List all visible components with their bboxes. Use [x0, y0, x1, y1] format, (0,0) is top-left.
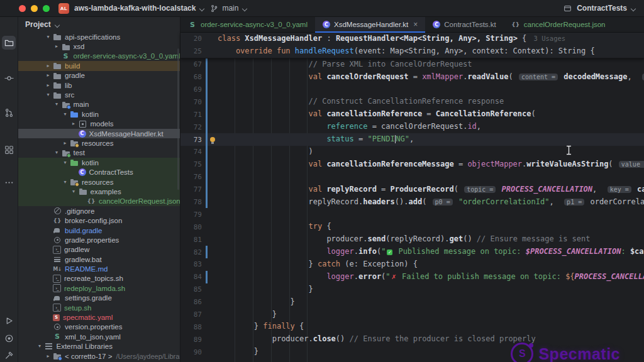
tree-scrollbar[interactable]: [177, 48, 179, 190]
tree-item[interactable]: ▸models: [18, 119, 180, 129]
code-line[interactable]: 87}: [180, 309, 644, 321]
code-line[interactable]: 88} finally {: [180, 321, 644, 333]
tree-item[interactable]: ▸gradle: [18, 71, 180, 80]
pull-requests-tool-icon[interactable]: [2, 106, 16, 119]
line-number[interactable]: 83: [180, 260, 206, 268]
chevron-down-icon[interactable]: ▾: [53, 150, 61, 155]
line-number[interactable]: 67: [180, 60, 206, 69]
tree-item[interactable]: gradle.properties: [18, 235, 180, 244]
line-number[interactable]: 88: [180, 323, 206, 331]
code-line[interactable]: 75val cancellationReferenceMessage = obj…: [180, 158, 644, 171]
line-number[interactable]: 73: [180, 136, 206, 144]
chevron-down-icon[interactable]: ▾: [53, 102, 61, 107]
tree-item[interactable]: cancelOrderRequest.json: [18, 197, 180, 206]
tree-item[interactable]: order-service-async-v3_0_0.yaml: [18, 52, 180, 61]
project-name-selector[interactable]: aws-lambda-kafka-with-localstack: [74, 4, 196, 13]
minimize-window-button[interactable]: [31, 5, 38, 12]
run-tool-icon[interactable]: [2, 314, 16, 327]
line-number[interactable]: 86: [180, 298, 206, 306]
code-line[interactable]: 67// Parse XML into CancelOrderRequest: [180, 58, 644, 71]
chevron-right-icon[interactable]: ▸: [44, 354, 52, 359]
code-line[interactable]: 71val cancellationReference = Cancellati…: [180, 108, 644, 121]
line-number[interactable]: 76: [180, 173, 206, 181]
tree-item[interactable]: ▸< corretto-17 >/Users/jaydeep/Library/J…: [18, 351, 180, 361]
tree-item[interactable]: .gitignore: [18, 206, 180, 216]
line-number[interactable]: 75: [180, 160, 206, 168]
tree-item[interactable]: ▸xsd: [18, 41, 180, 51]
line-number[interactable]: 78: [180, 198, 206, 206]
branch-selector[interactable]: main: [222, 4, 238, 13]
tree-item[interactable]: ▾src: [18, 90, 180, 99]
build-tool-icon[interactable]: [2, 348, 16, 362]
chevron-right-icon[interactable]: ▸: [44, 73, 52, 78]
maximize-window-button[interactable]: [43, 5, 50, 12]
close-tab-icon[interactable]: ×: [413, 21, 418, 28]
code-line[interactable]: 82logger.info("✓ Published message on to…: [180, 246, 644, 258]
line-number[interactable]: 74: [180, 148, 206, 156]
line-number[interactable]: 70: [180, 98, 206, 106]
intention-bulb-icon[interactable]: [210, 137, 215, 142]
tree-item[interactable]: ▸lib: [18, 80, 180, 90]
editor-tab[interactable]: ContractTests.kt: [425, 17, 503, 32]
tree-item[interactable]: broker-config.json: [18, 216, 180, 225]
close-window-button[interactable]: [19, 5, 26, 12]
editor-tab[interactable]: order-service-async-v3_0_0.yaml: [180, 17, 315, 32]
structure-tool-icon[interactable]: [2, 143, 16, 156]
code-line[interactable]: 85}: [180, 283, 644, 296]
line-number[interactable]: 85: [180, 285, 206, 293]
code-line[interactable]: 25override fun handleRequest(event: Map<…: [180, 45, 644, 58]
line-number[interactable]: 87: [180, 310, 206, 319]
code-line[interactable]: 80try {: [180, 221, 644, 233]
line-number[interactable]: 69: [180, 85, 206, 94]
tree-item[interactable]: ▸build: [18, 61, 180, 70]
more-tools-icon[interactable]: [2, 175, 16, 189]
editor-tab[interactable]: cancelOrderRequest.json: [504, 17, 613, 32]
chevron-right-icon[interactable]: ▸: [61, 141, 69, 146]
chevron-down-icon[interactable]: ▾: [61, 112, 69, 117]
project-tool-icon[interactable]: [2, 36, 16, 50]
line-number[interactable]: 84: [180, 273, 206, 281]
code-line[interactable]: 86}: [180, 296, 644, 309]
line-number[interactable]: 82: [180, 248, 206, 256]
chevron-down-icon[interactable]: ▾: [61, 160, 69, 165]
chevron-down-icon[interactable]: ▾: [36, 344, 44, 349]
tree-item[interactable]: settings.gradle: [18, 293, 180, 303]
chevron-right-icon[interactable]: ▸: [44, 83, 52, 88]
chevron-down-icon[interactable]: ▾: [44, 35, 52, 40]
code-line[interactable]: 84logger.error("✗ Failed to publish mess…: [180, 271, 644, 283]
tree-item[interactable]: redeploy_lamda.sh: [18, 283, 180, 293]
tree-item[interactable]: setup.sh: [18, 303, 180, 312]
line-number[interactable]: 68: [180, 73, 206, 81]
chevron-down-icon[interactable]: ▾: [61, 180, 69, 185]
tree-item[interactable]: ContractTests: [18, 167, 180, 177]
code-line[interactable]: 73status = "PENDING",: [180, 133, 644, 146]
tree-item[interactable]: specmatic.yaml: [18, 312, 180, 322]
code-line[interactable]: 78replyRecord.headers().add( p0 = "order…: [180, 196, 644, 209]
code-line[interactable]: 79: [180, 208, 644, 221]
tree-item[interactable]: ▾examples: [18, 187, 180, 196]
tree-item[interactable]: ▾kotlin: [18, 158, 180, 167]
chevron-right-icon[interactable]: ▸: [53, 44, 61, 49]
line-number[interactable]: 80: [180, 223, 206, 231]
tree-item[interactable]: ▾test: [18, 148, 180, 158]
tree-item[interactable]: ▾api-specifications: [18, 32, 180, 41]
commit-tool-icon[interactable]: [2, 71, 16, 85]
chevron-down-icon[interactable]: ▾: [70, 189, 78, 194]
line-number[interactable]: 89: [180, 336, 206, 344]
chevron-down-icon[interactable]: ▾: [44, 92, 52, 97]
tree-item[interactable]: gradlew: [18, 245, 180, 255]
code-line[interactable]: 83} catch (e: Exception) {: [180, 258, 644, 271]
tree-item[interactable]: README.md: [18, 264, 180, 273]
line-number[interactable]: 79: [180, 211, 206, 219]
tree-item[interactable]: build.gradle: [18, 226, 180, 235]
project-view-selector[interactable]: Project: [18, 17, 180, 32]
tree-item[interactable]: ▾External Libraries: [18, 342, 180, 351]
code-line[interactable]: 68val cancelOrderRequest = xmlMapper.rea…: [180, 71, 644, 84]
code-editor[interactable]: 67// Parse XML into CancelOrderRequest68…: [180, 58, 644, 362]
chevron-right-icon[interactable]: ▸: [44, 63, 52, 69]
code-line[interactable]: 70// Construct CancellationReference res…: [180, 96, 644, 108]
line-number[interactable]: 71: [180, 111, 206, 119]
chevron-right-icon[interactable]: ▸: [70, 121, 78, 126]
tree-item[interactable]: ▾resources: [18, 177, 180, 187]
line-number[interactable]: 20: [180, 35, 206, 43]
